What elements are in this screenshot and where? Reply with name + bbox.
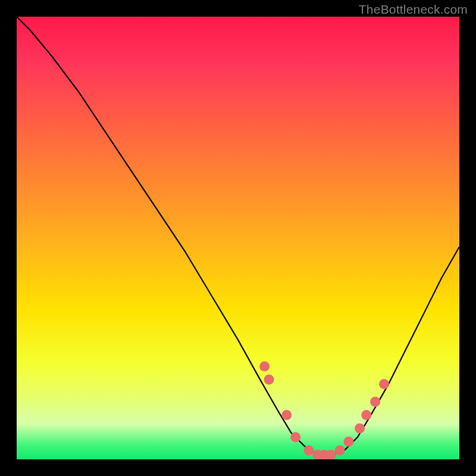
chart-marker [361, 410, 371, 420]
chart-svg [17, 17, 459, 459]
chart-marker [290, 432, 300, 442]
chart-frame: TheBottleneck.com [0, 0, 476, 476]
chart-marker [264, 375, 274, 385]
chart-marker [259, 361, 270, 371]
chart-marker [304, 446, 314, 456]
chart-marker [370, 397, 380, 407]
chart-marker [379, 379, 389, 389]
chart-markers [259, 361, 389, 459]
bottleneck-curve [17, 17, 459, 455]
chart-marker [281, 410, 292, 420]
chart-marker [344, 437, 354, 447]
watermark-label: TheBottleneck.com [359, 2, 468, 17]
chart-plot-area [17, 17, 459, 459]
chart-marker [335, 446, 345, 456]
chart-marker [355, 423, 365, 433]
